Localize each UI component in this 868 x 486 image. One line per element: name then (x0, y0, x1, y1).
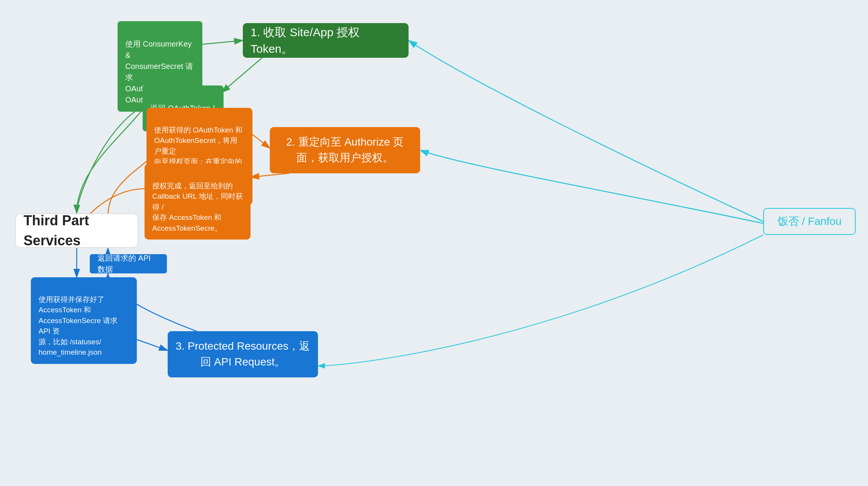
third-part-services-label: Third Part Services (24, 211, 130, 251)
blue-small1-node: 使用获得并保存好了 AccessToken 和 AccessTokenSecre… (31, 277, 137, 364)
step2-node: 2. 重定向至 Authorize 页 面，获取用户授权。 (270, 127, 420, 173)
blue-small1-label: 使用获得并保存好了 AccessToken 和 AccessTokenSecre… (39, 295, 118, 357)
orange-small2-node: 授权完成，返回至给到的 Callback URL 地址，同时获得 / 保存 Ac… (145, 164, 251, 240)
diagram: Third Part Services 饭否 / Fanfou 1. 收取 Si… (0, 0, 868, 486)
blue-return-label: 返回请求的 API 数据 (98, 253, 159, 275)
step2-label: 2. 重定向至 Authorize 页 面，获取用户授权。 (286, 134, 404, 166)
orange-small2-label: 授权完成，返回至给到的 Callback URL 地址，同时获得 / 保存 Ac… (152, 182, 243, 232)
step3-node: 3. Protected Resources，返 回 API Request。 (168, 331, 318, 377)
third-part-services-node: Third Part Services (15, 213, 138, 248)
blue-return-label-node: 返回请求的 API 数据 (90, 254, 167, 273)
fanfou-label: 饭否 / Fanfou (777, 214, 842, 230)
step1-node: 1. 收取 Site/App 授权 Token。 (243, 23, 409, 58)
fanfou-node: 饭否 / Fanfou (763, 208, 856, 235)
step3-label: 3. Protected Resources，返 回 API Request。 (176, 339, 310, 370)
step1-label: 1. 收取 Site/App 授权 Token。 (251, 24, 401, 57)
